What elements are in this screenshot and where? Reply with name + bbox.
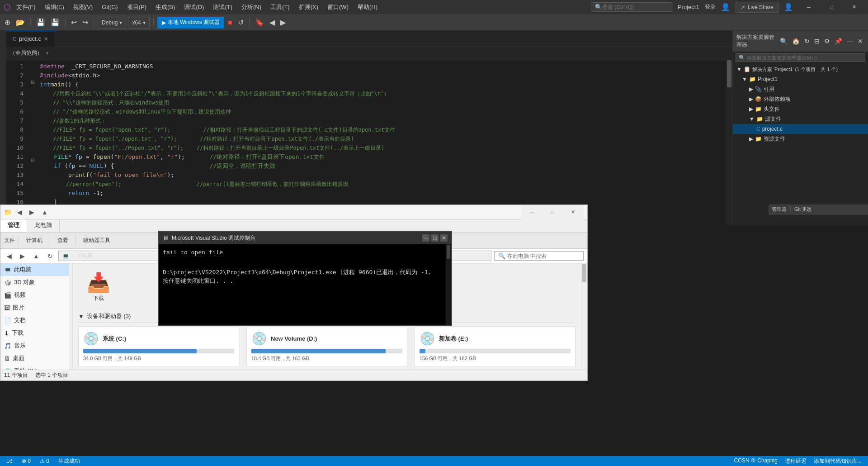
new-file-icon[interactable]: ⊕ — [3, 17, 12, 28]
fe-tab-this-pc[interactable]: 此电脑 — [27, 219, 60, 232]
fe-nav-this-pc[interactable]: 💻 此电脑 — [0, 263, 72, 276]
tree-sources[interactable]: ▼ 📁 源文件 — [733, 114, 868, 124]
save-all-icon[interactable]: 💾 — [49, 17, 61, 28]
live-share-button[interactable]: ↗ Live Share — [736, 2, 778, 13]
fe-view-btn[interactable]: 查看 — [54, 236, 72, 245]
menu-tools[interactable]: 工具(T) — [267, 1, 293, 13]
person-icon[interactable]: 👤 — [784, 3, 793, 11]
user-login[interactable]: 登录 — [705, 3, 716, 11]
menu-edit[interactable]: 编辑(E) — [41, 1, 68, 13]
fe-addr-up-btn[interactable]: ▲ — [30, 252, 42, 261]
nav-fwd-icon[interactable]: ▶ — [278, 17, 288, 28]
fe-computer-btn[interactable]: 计算机 — [23, 236, 46, 245]
fe-nav-desktop[interactable]: 🖥 桌面 — [0, 352, 72, 365]
debug-config-dropdown[interactable]: Debug ▾ — [98, 17, 126, 29]
open-icon[interactable]: 📂 — [14, 17, 27, 28]
redo-icon[interactable]: ↪ — [80, 17, 90, 28]
fe-nav-documents[interactable]: 📄 文档 — [0, 314, 72, 327]
menu-window[interactable]: 窗口(W) — [324, 1, 352, 13]
fold-icon-12[interactable]: ⊟ — [29, 156, 36, 164]
drive-d[interactable]: 💿 New Volume (D:) 18.4 GB 可用，共 163 GB — [246, 326, 407, 367]
status-errors[interactable]: ⊗ 0 — [19, 458, 33, 464]
tree-external-deps[interactable]: ▶ 📦 外部依赖项 — [733, 94, 868, 104]
fe-search-bar[interactable]: 🔍 — [494, 251, 584, 261]
menu-help[interactable]: 帮助(H) — [354, 1, 381, 13]
se-close-icon[interactable]: ✕ — [856, 37, 864, 46]
console-scrollbar[interactable] — [446, 244, 451, 325]
fe-addr-fwd-btn[interactable]: ▶ — [17, 252, 28, 261]
menu-analyze[interactable]: 分析(N) — [238, 1, 265, 13]
fe-addr-refresh-btn[interactable]: ↻ — [45, 252, 56, 261]
editor-tab-project-c[interactable]: C project.c ✕ — [6, 31, 55, 47]
se-refresh-icon[interactable]: ↻ — [803, 37, 811, 46]
fe-close-button[interactable]: ✕ — [563, 205, 584, 219]
menu-project[interactable]: 项目(P) — [123, 1, 150, 13]
status-add-code-label[interactable]: 添加到代码知识库... — [811, 457, 864, 465]
editor-scrollbar[interactable] — [726, 60, 732, 225]
menu-view[interactable]: 视图(V) — [70, 1, 96, 13]
maximize-button[interactable]: □ — [821, 0, 842, 14]
tab-close-icon[interactable]: ✕ — [44, 36, 48, 42]
minimize-button[interactable]: ─ — [798, 0, 819, 14]
status-csdn-label[interactable]: CCSN ⑤ Chaping — [731, 457, 780, 465]
status-warnings[interactable]: ⚠ 0 — [37, 458, 52, 464]
tree-solution-root[interactable]: ▼ 📋 解决方案 'Project1' (1 个项目，共 1 个) — [733, 64, 868, 74]
se-minimize-icon[interactable]: — — [845, 37, 854, 46]
status-process-label[interactable]: 进程延迟 — [782, 457, 809, 465]
platform-dropdown[interactable]: x64 ▾ — [128, 17, 149, 29]
console-close-btn[interactable]: ✕ — [440, 234, 448, 242]
run-debugger-button[interactable]: ▶ 本地 Windows 调试器 — [157, 17, 224, 29]
fe-forward-button[interactable]: ▶ — [27, 208, 37, 217]
console-minimize-btn[interactable]: ─ — [422, 234, 429, 242]
fe-up-button[interactable]: ▲ — [39, 208, 51, 217]
status-git-icon[interactable]: ⎇ — [4, 458, 15, 464]
menu-git[interactable]: Git(G) — [98, 2, 121, 12]
nav-back-icon[interactable]: ◀ — [268, 17, 277, 28]
drive-e[interactable]: 💿 新加卷 (E:) 156 GB 可用，共 162 GB — [415, 326, 576, 367]
drive-c[interactable]: 💿 系统 (C:) 34.0 GB 可用，共 149 GB — [78, 326, 239, 367]
console-maximize-btn[interactable]: □ — [431, 234, 439, 242]
fe-nav-3d-objects[interactable]: 🎲 3D 对象 — [0, 276, 72, 289]
fe-minimize-button[interactable]: — — [521, 205, 542, 219]
fe-maximize-button[interactable]: □ — [542, 205, 563, 219]
se-home-icon[interactable]: 🏠 — [791, 37, 801, 46]
vs-right-manager-label[interactable]: 管理器 — [772, 206, 787, 213]
fold-icon-3[interactable]: ⊟ — [29, 77, 36, 86]
tree-refs[interactable]: ▶ 📎 引用 — [733, 84, 868, 94]
menu-file[interactable]: 文件(F) — [13, 1, 39, 13]
fe-tab-manage[interactable]: 管理 — [0, 219, 27, 232]
drives-expand-icon[interactable]: ▼ — [78, 313, 84, 320]
se-search-bar[interactable]: 🔍 — [733, 52, 868, 64]
fe-nav-music[interactable]: 🎵 音乐 — [0, 339, 72, 352]
fe-nav-c-drive[interactable]: 💿 系统 (C:) — [0, 365, 72, 370]
global-search-box[interactable]: 🔍 — [591, 2, 672, 12]
fe-nav-downloads[interactable]: ⬇ 下载 — [0, 327, 72, 339]
save-icon[interactable]: 💾 — [34, 17, 47, 28]
se-search-icon[interactable]: 🔍 — [778, 37, 789, 46]
code-editor[interactable]: #define _CRT_SECURE_NO_WARNINGS #include… — [36, 60, 726, 225]
user-icon[interactable]: 👤 — [721, 3, 730, 11]
bookmark-icon[interactable]: 🔖 — [253, 17, 266, 28]
menu-build[interactable]: 生成(B) — [152, 1, 179, 13]
fe-back-button[interactable]: ◀ — [14, 208, 25, 217]
menu-debug[interactable]: 调试(D) — [180, 1, 208, 13]
fe-nav-videos[interactable]: 🎬 视频 — [0, 289, 72, 301]
se-search-input[interactable] — [747, 55, 837, 61]
fe-addr-back-btn[interactable]: ◀ — [4, 252, 14, 261]
close-button[interactable]: ✕ — [844, 0, 864, 14]
global-search-input[interactable] — [602, 4, 661, 10]
se-settings-icon[interactable]: ⚙ — [823, 37, 831, 46]
menu-extensions[interactable]: 扩展(X) — [295, 1, 322, 13]
menu-test[interactable]: 测试(T) — [209, 1, 236, 13]
restart-icon[interactable]: ↺ — [236, 17, 245, 28]
stop-icon[interactable]: ■ — [226, 18, 234, 28]
fe-drive-tools-btn[interactable]: 驱动器工具 — [80, 236, 114, 245]
fe-scrollbar[interactable] — [581, 263, 587, 370]
tree-project[interactable]: ▼ 📁 Project1 — [733, 74, 868, 84]
se-pin-icon[interactable]: 📌 — [833, 37, 844, 46]
tree-project-c[interactable]: C project.c — [733, 124, 868, 134]
tree-resources[interactable]: ▶ 📁 资源文件 — [733, 134, 868, 144]
fe-nav-pictures[interactable]: 🖼 图片 — [0, 301, 72, 314]
se-collapse-icon[interactable]: ⊟ — [813, 37, 821, 46]
vs-right-git-label[interactable]: Git 更改 — [794, 206, 812, 213]
